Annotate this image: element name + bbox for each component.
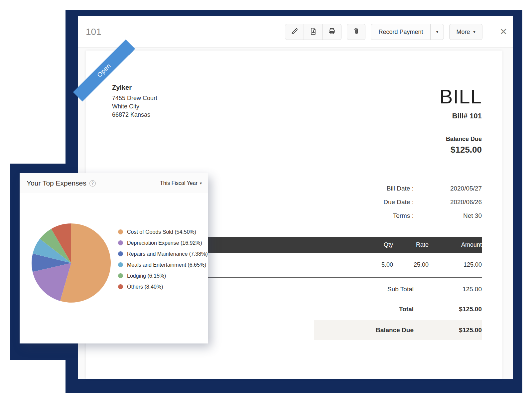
legend-dot: [118, 240, 123, 245]
meta-row-due-date: Due Date : 2020/06/26: [383, 199, 482, 206]
more-button[interactable]: More ▾: [449, 24, 482, 40]
meta-value: Net 30: [414, 212, 482, 219]
legend-label: Meals and Entertainment (6.65%): [127, 262, 206, 268]
meta-value: 2020/05/27: [414, 185, 482, 192]
record-payment-dropdown[interactable]: ▾: [430, 24, 444, 40]
bill-meta: Bill Date : 2020/05/27 Due Date : 2020/0…: [383, 185, 482, 226]
edit-button[interactable]: [285, 24, 304, 40]
record-payment-button[interactable]: Record Payment: [371, 24, 430, 40]
legend-dot: [118, 229, 123, 234]
close-icon[interactable]: ✕: [500, 27, 507, 37]
bill-header-block: BILL Bill# 101 Balance Due $125.00: [440, 86, 482, 155]
legend-dot: [118, 251, 123, 256]
vendor-address-line: White City: [112, 102, 157, 111]
legend-label: Lodging (6.15%): [127, 273, 166, 279]
balance-row-value: $125.00: [414, 327, 482, 334]
pie-legend: Cost of Goods Sold (54.50%) Depreciation…: [118, 226, 208, 292]
help-icon[interactable]: ?: [89, 180, 96, 187]
column-header-rate: Rate: [393, 241, 429, 248]
subtotal-label: Sub Total: [387, 286, 414, 293]
paperclip-icon: [352, 27, 360, 37]
vendor-address-line: 66872 Kansas: [112, 111, 157, 119]
legend-dot: [118, 284, 123, 289]
export-pdf-button[interactable]: [304, 24, 323, 40]
chevron-down-icon: ▾: [473, 30, 475, 34]
pdf-file-icon: [309, 27, 317, 37]
more-label: More: [456, 29, 470, 36]
bill-number: Bill# 101: [440, 112, 482, 120]
cell-qty: 5.00: [360, 261, 393, 268]
total-value: $125.00: [414, 306, 482, 313]
legend-item: Depreciation Expense (16.92%): [118, 237, 208, 248]
column-header-amount: Amount: [429, 241, 482, 248]
legend-item: Lodging (6.15%): [118, 270, 208, 281]
legend-item: Others (8.40%): [118, 281, 208, 292]
vendor-name: Zylker: [112, 84, 157, 91]
total-label: Total: [399, 306, 414, 313]
vendor-address-line: 7455 Drew Court: [112, 94, 157, 102]
meta-label: Due Date :: [383, 199, 414, 206]
meta-value: 2020/06/26: [414, 199, 482, 206]
vendor-address-block: Zylker 7455 Drew Court White City 66872 …: [112, 84, 157, 119]
balance-due-amount: $125.00: [440, 145, 482, 155]
meta-label: Bill Date :: [387, 185, 414, 192]
legend-item: Meals and Entertainment (6.65%): [118, 259, 208, 270]
toolbar: Record Payment ▾ More ▾ ✕: [285, 16, 507, 48]
balance-row-label: Balance Due: [376, 327, 414, 334]
expenses-pie-chart: [31, 222, 112, 304]
balance-due-row: Balance Due $125.00: [314, 320, 482, 340]
meta-row-bill-date: Bill Date : 2020/05/27: [383, 185, 482, 192]
window-header: 101: [78, 16, 513, 48]
legend-item: Cost of Goods Sold (54.50%): [118, 226, 208, 237]
pencil-icon: [291, 27, 299, 37]
cell-rate: 25.00: [393, 261, 429, 268]
widget-title: Your Top Expenses: [27, 179, 86, 187]
legend-label: Depreciation Expense (16.92%): [127, 240, 202, 246]
legend-dot: [118, 273, 123, 278]
document-title: BILL: [440, 86, 482, 107]
attachments-button[interactable]: [347, 24, 365, 40]
printer-icon: [328, 27, 336, 37]
legend-label: Others (8.40%): [127, 284, 163, 290]
period-label: This Fiscal Year: [160, 180, 198, 186]
cell-amount: 125.00: [429, 261, 482, 268]
print-button[interactable]: [323, 24, 341, 40]
balance-due-label: Balance Due: [440, 136, 482, 143]
widget-title-row: Your Top Expenses ?: [27, 173, 96, 193]
meta-row-terms: Terms : Net 30: [383, 212, 482, 219]
top-expenses-widget: Your Top Expenses ? This Fiscal Year ▾ C…: [20, 173, 208, 343]
document-action-group: [285, 24, 341, 40]
page-title: 101: [86, 16, 101, 48]
chevron-down-icon: ▾: [436, 30, 438, 34]
legend-item: Repairs and Maintenance (7.38%): [118, 248, 208, 259]
legend-label: Repairs and Maintenance (7.38%): [127, 251, 208, 257]
chevron-down-icon: ▾: [200, 181, 202, 185]
pie-chart-svg: [31, 222, 112, 304]
period-selector[interactable]: This Fiscal Year ▾: [160, 173, 202, 193]
widget-header: Your Top Expenses ? This Fiscal Year ▾: [20, 173, 208, 193]
record-payment-split-button: Record Payment ▾: [371, 24, 444, 40]
column-header-qty: Qty: [360, 241, 393, 248]
subtotal-value: 125.00: [414, 286, 482, 293]
meta-label: Terms :: [393, 212, 414, 219]
legend-dot: [118, 262, 123, 267]
legend-label: Cost of Goods Sold (54.50%): [127, 229, 196, 235]
page: 101: [0, 0, 532, 399]
